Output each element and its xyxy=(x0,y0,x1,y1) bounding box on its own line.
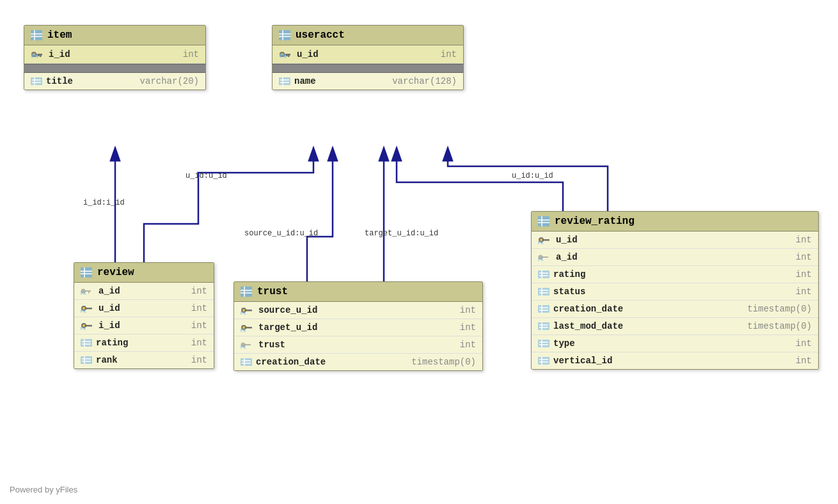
col-icon-review-rating xyxy=(81,338,92,348)
svg-rect-29 xyxy=(81,267,92,278)
table-trust: trust PK source_u_id int PK target_u_id … xyxy=(233,281,483,371)
svg-text:PK: PK xyxy=(241,328,246,333)
table-useracct-name: useracct xyxy=(296,29,345,41)
svg-rect-87 xyxy=(538,288,549,295)
rel-label-source_u_id: source_u_id:u_id xyxy=(244,229,318,238)
table-item-pk-type: int xyxy=(183,49,199,59)
table-review-row-u_id: PK u_id int xyxy=(74,300,214,317)
col-icon-review-rank xyxy=(81,355,92,365)
svg-text:PK: PK xyxy=(538,240,544,245)
table-item: item PK i_id int title varchar(20) xyxy=(24,25,206,90)
col-icon-rr-vertical_id xyxy=(538,356,549,366)
svg-rect-49 xyxy=(81,356,92,364)
table-item-row-title: title varchar(20) xyxy=(24,73,205,90)
svg-text:PK: PK xyxy=(81,326,86,331)
svg-text:PK: PK xyxy=(31,53,38,59)
svg-rect-11 xyxy=(31,77,42,85)
col-icon-item-title xyxy=(31,76,42,86)
table-review-rank-name: rank xyxy=(96,355,118,365)
table-review: review FK a_id int PK u_id int PK i_id i… xyxy=(74,262,214,369)
table-rr-rating-type: int xyxy=(796,269,812,280)
table-useracct-name-type: varchar(128) xyxy=(392,76,457,86)
pk-icon-useracct: PK xyxy=(279,49,293,59)
table-useracct-name-field: name xyxy=(294,76,316,86)
table-useracct: useracct PK u_id int name varchar(128) xyxy=(272,25,464,90)
table-rr-a_id-name: a_id xyxy=(556,252,578,262)
table-rr-creation_date-type: timestamp(0) xyxy=(747,304,812,314)
table-review-a_id-type: int xyxy=(191,286,207,296)
table-rr-vertical_id-type: int xyxy=(796,356,812,366)
svg-rect-7 xyxy=(40,55,42,57)
svg-text:FK: FK xyxy=(81,291,86,296)
table-trust-name: trust xyxy=(257,286,288,297)
table-rr-u_id-type: int xyxy=(796,235,812,245)
table-trust-row-target_u_id: PK target_u_id int xyxy=(234,319,482,336)
svg-rect-53 xyxy=(241,287,252,297)
table-icon-trust xyxy=(241,287,252,297)
table-trust-source-name: source_u_id xyxy=(258,305,317,315)
col-icon-useracct-name xyxy=(279,76,290,86)
table-trust-source-type: int xyxy=(460,305,476,315)
fk-icon-rr-a_id: FK xyxy=(538,252,552,262)
svg-rect-45 xyxy=(81,339,92,347)
table-rr-row-creation_date: creation_date timestamp(0) xyxy=(532,301,818,318)
table-rr-row-status: status int xyxy=(532,283,818,301)
table-trust-row-creation_date: creation_date timestamp(0) xyxy=(234,354,482,370)
table-review-u_id-type: int xyxy=(191,303,207,313)
pk-icon-review-i_id: PK xyxy=(81,320,95,331)
table-trust-row-trust: FK trust int xyxy=(234,336,482,354)
table-useracct-pk-type: int xyxy=(441,49,457,59)
diagram-canvas: i_id:i_id u_id:u_id source_u_id:u_id tar… xyxy=(0,0,838,504)
col-icon-rr-creation_date xyxy=(538,304,549,314)
svg-text:PK: PK xyxy=(241,311,246,315)
table-review_rating-header: review_rating xyxy=(532,212,818,232)
svg-text:FK: FK xyxy=(241,345,246,350)
svg-rect-103 xyxy=(538,357,549,365)
table-item-title-type: varchar(20) xyxy=(140,76,199,86)
table-review-row-a_id: FK a_id int xyxy=(74,283,214,300)
table-trust-header: trust xyxy=(234,282,482,302)
fk-icon-trust-trust: FK xyxy=(241,340,255,350)
table-review-name: review xyxy=(97,267,134,278)
table-item-pk-name: i_id xyxy=(49,49,70,59)
svg-text:PK: PK xyxy=(280,53,287,59)
col-icon-rr-rating xyxy=(538,269,549,280)
table-review-u_id-name: u_id xyxy=(99,303,120,313)
svg-rect-91 xyxy=(538,305,549,313)
svg-rect-58 xyxy=(246,310,252,311)
table-review-i_id-type: int xyxy=(191,320,207,331)
table-rr-type-name: type xyxy=(553,338,575,349)
table-rr-last_mod_date-type: timestamp(0) xyxy=(747,321,812,331)
table-item-header: item xyxy=(24,26,205,45)
table-rr-row-type: type int xyxy=(532,335,818,352)
table-review-row-i_id: PK i_id int xyxy=(74,317,214,335)
table-rr-a_id-type: int xyxy=(796,252,812,262)
table-item-pk: PK i_id int xyxy=(24,45,205,64)
table-review-row-rank: rank int xyxy=(74,352,214,368)
table-useracct-pk: PK u_id int xyxy=(273,45,463,64)
table-useracct-row-name: name varchar(128) xyxy=(273,73,463,90)
table-trust-target-type: int xyxy=(460,322,476,333)
svg-rect-62 xyxy=(246,327,252,329)
table-icon-item xyxy=(31,30,42,40)
table-rr-status-name: status xyxy=(553,287,585,297)
svg-rect-83 xyxy=(538,271,549,278)
table-review-header: review xyxy=(74,263,214,283)
table-rr-vertical_id-name: vertical_id xyxy=(553,356,612,366)
col-icon-rr-last_mod_date xyxy=(538,321,549,331)
table-useracct-pk-name: u_id xyxy=(297,49,319,59)
table-rr-rating-name: rating xyxy=(553,269,585,280)
svg-rect-99 xyxy=(538,340,549,347)
rel-label-i_id: i_id:i_id xyxy=(83,198,125,207)
svg-rect-35 xyxy=(88,292,90,294)
table-rr-row-u_id: PK u_id int xyxy=(532,232,818,249)
table-review_rating-name: review_rating xyxy=(555,216,635,227)
svg-rect-72 xyxy=(538,216,549,226)
table-rr-row-vertical_id: vertical_id int xyxy=(532,352,818,369)
powered-by-label: Powered by yFiles xyxy=(10,485,77,494)
rel-label-u_id-rr: u_id:u_id xyxy=(512,171,553,180)
pk-icon-rr-u_id: PK xyxy=(538,235,552,245)
pk-icon-review-u_id: PK xyxy=(81,303,95,313)
table-review-rating-type: int xyxy=(191,338,207,348)
pk-icon-item: PK xyxy=(31,49,45,59)
